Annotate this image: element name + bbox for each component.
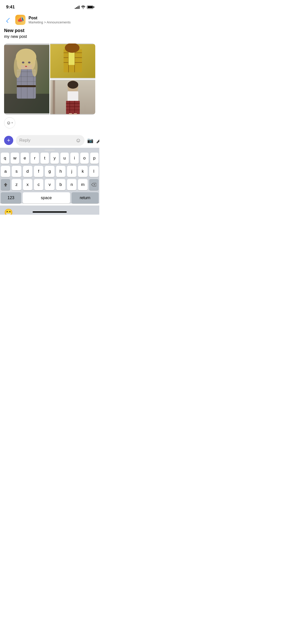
- delete-key[interactable]: [89, 179, 99, 190]
- nav-breadcrumb: Marketing > Announcements: [29, 20, 71, 24]
- add-button[interactable]: +: [4, 136, 13, 145]
- key-f[interactable]: f: [34, 166, 43, 177]
- keyboard-row-1: q w e r t y u i o p: [1, 153, 99, 164]
- key-k[interactable]: k: [78, 166, 87, 177]
- svg-point-43: [67, 81, 78, 89]
- home-indicator: [33, 211, 67, 213]
- status-time: 9:41: [6, 5, 15, 10]
- key-j[interactable]: j: [67, 166, 76, 177]
- key-g[interactable]: g: [45, 166, 54, 177]
- reaction-row: ☺ +: [0, 115, 99, 131]
- key-t[interactable]: t: [40, 153, 49, 164]
- key-h[interactable]: h: [56, 166, 65, 177]
- key-w[interactable]: w: [11, 153, 19, 164]
- keyboard[interactable]: q w e r t y u i o p a s d f g h j k l z …: [0, 151, 99, 203]
- shift-key[interactable]: [1, 179, 10, 190]
- keyboard-row-2: a s d f g h j k l: [1, 166, 99, 177]
- key-d[interactable]: d: [23, 166, 32, 177]
- key-c[interactable]: c: [34, 179, 43, 190]
- add-reaction-button[interactable]: ☺ +: [4, 117, 15, 128]
- key-x[interactable]: x: [23, 179, 32, 190]
- svg-rect-42: [74, 113, 77, 115]
- key-s[interactable]: s: [12, 166, 21, 177]
- emoji-keyboard-button[interactable]: 😁: [4, 208, 13, 215]
- key-p[interactable]: p: [90, 153, 99, 164]
- key-r[interactable]: r: [31, 153, 39, 164]
- drag-indicator: [45, 150, 55, 151]
- nav-title: Post: [29, 16, 71, 20]
- numbers-key[interactable]: 123: [1, 192, 21, 203]
- space-key[interactable]: space: [23, 192, 70, 203]
- key-y[interactable]: y: [50, 153, 59, 164]
- back-button[interactable]: [4, 16, 12, 24]
- reply-input[interactable]: [19, 138, 73, 143]
- key-m[interactable]: m: [78, 179, 87, 190]
- key-i[interactable]: i: [70, 153, 79, 164]
- svg-rect-17: [17, 85, 36, 87]
- svg-point-12: [14, 56, 21, 78]
- key-e[interactable]: e: [21, 153, 29, 164]
- camera-button[interactable]: 📷: [87, 137, 93, 143]
- key-b[interactable]: b: [56, 179, 65, 190]
- keyboard-row-4: 123 space return: [1, 192, 99, 203]
- reply-input-wrap[interactable]: ☺: [16, 135, 85, 146]
- wifi-icon: [81, 6, 85, 9]
- key-u[interactable]: u: [60, 153, 69, 164]
- nav-header: 📣 Post Marketing > Announcements: [0, 13, 99, 27]
- key-v[interactable]: v: [45, 179, 54, 190]
- channel-icon: 📣: [15, 15, 25, 25]
- keyboard-drag-handle: [0, 148, 99, 151]
- reply-bar: + ☺ 📷 🎤: [0, 133, 99, 148]
- post-body: my new post: [4, 34, 95, 39]
- key-o[interactable]: o: [80, 153, 89, 164]
- bottom-bar: 😁: [0, 206, 99, 215]
- add-reaction-plus: +: [11, 121, 13, 125]
- keyboard-row-3: z x c v b n m: [1, 179, 99, 190]
- key-z[interactable]: z: [12, 179, 21, 190]
- svg-point-14: [22, 62, 24, 64]
- svg-rect-32: [52, 80, 55, 114]
- return-key[interactable]: return: [72, 192, 99, 203]
- signal-icon: [75, 5, 79, 9]
- key-q[interactable]: q: [1, 153, 9, 164]
- reaction-emoji-icon: ☺: [6, 120, 11, 126]
- svg-point-15: [28, 62, 31, 64]
- post-content: New post my new post: [0, 27, 99, 43]
- status-bar: 9:41: [0, 0, 99, 13]
- status-icons: [75, 5, 93, 9]
- svg-point-13: [32, 57, 37, 77]
- nav-text: Post Marketing > Announcements: [29, 16, 71, 24]
- emoji-picker-icon[interactable]: ☺: [75, 137, 81, 144]
- image-2[interactable]: [50, 43, 96, 79]
- image-3[interactable]: [50, 80, 96, 115]
- key-l[interactable]: l: [89, 166, 99, 177]
- post-title: New post: [4, 28, 95, 33]
- svg-rect-34: [67, 91, 78, 101]
- svg-rect-41: [69, 113, 72, 115]
- microphone-button[interactable]: 🎤: [96, 137, 99, 144]
- image-1[interactable]: [4, 43, 49, 115]
- battery-icon: [87, 6, 93, 9]
- svg-point-16: [25, 66, 27, 67]
- key-a[interactable]: a: [1, 166, 10, 177]
- svg-rect-35: [66, 101, 80, 114]
- key-n[interactable]: n: [67, 179, 76, 190]
- image-grid: [4, 43, 95, 115]
